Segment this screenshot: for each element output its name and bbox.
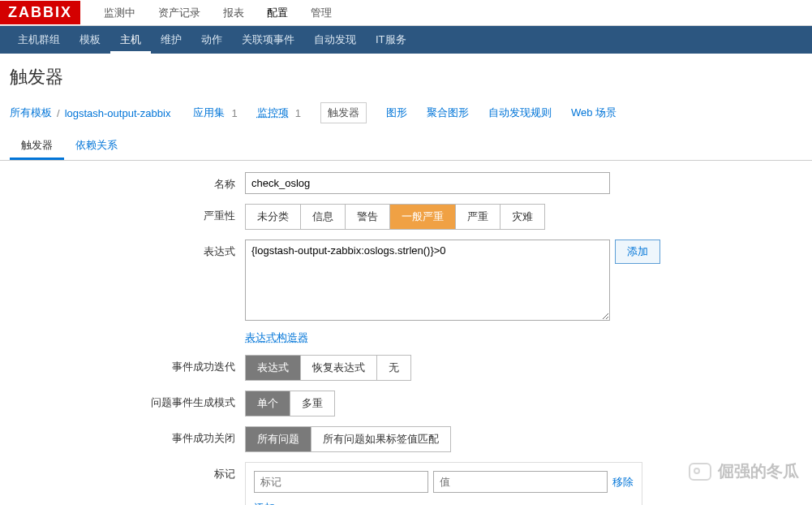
topnav-reports[interactable]: 报表 [212,0,256,26]
row-problem-mode: 问题事件生成模式 单个 多重 [10,391,802,417]
severity-information[interactable]: 信息 [301,205,346,229]
subnav-discovery[interactable]: 自动发现 [304,27,366,53]
page-title: 触发器 [0,54,812,97]
subnav-itservices[interactable]: IT服务 [366,27,416,53]
severity-not-classified[interactable]: 未分类 [246,205,301,229]
severity-average[interactable]: 一般严重 [390,205,456,229]
bc-graphs[interactable]: 图形 [386,106,407,120]
bc-agg-graphs[interactable]: 聚合图形 [427,106,469,120]
bc-apps-count: 1 [231,107,237,119]
row-severity: 严重性 未分类 信息 警告 一般严重 严重 灾难 [10,204,802,230]
tag-row: 移除 [254,471,634,493]
subnav-hostgroups[interactable]: 主机群组 [8,27,70,53]
row-ok-close: 事件成功关闭 所有问题 所有问题如果标签值匹配 [10,426,802,452]
label-problem-mode: 问题事件生成模式 [10,391,245,410]
subnav-templates[interactable]: 模板 [70,27,110,53]
severity-group: 未分类 信息 警告 一般严重 严重 灾难 [245,204,545,230]
ok-close-all[interactable]: 所有问题 [246,427,311,451]
watermark: 倔强的冬瓜 [689,460,799,482]
problem-mode-single[interactable]: 单个 [246,391,290,416]
bc-items-count: 1 [295,107,301,119]
row-ok-iter: 事件成功迭代 表达式 恢复表达式 无 [10,355,802,381]
wechat-icon [689,463,711,481]
watermark-text: 倔强的冬瓜 [718,460,799,482]
subnav-maintenance[interactable]: 维护 [151,27,191,53]
label-name: 名称 [10,172,245,192]
tag-add-link[interactable]: 添加 [254,502,275,505]
label-tags: 标记 [10,462,245,481]
bc-items[interactable]: 监控项 [257,106,289,120]
severity-high[interactable]: 严重 [456,205,501,229]
tab-trigger[interactable]: 触发器 [10,132,64,160]
row-tags: 标记 移除 添加 [10,462,802,505]
tag-value-input[interactable] [433,471,608,493]
bc-all-templates[interactable]: 所有模板 [10,106,52,120]
bc-web-scenarios[interactable]: Web 场景 [571,106,617,120]
logo: ZABBIX [0,1,80,24]
top-nav: ZABBIX 监测中 资产记录 报表 配置 管理 [0,0,812,26]
expression-textarea[interactable]: {logstash-output-zabbix:oslogs.strlen()}… [245,240,610,321]
name-input[interactable] [245,172,610,194]
form: 名称 严重性 未分类 信息 警告 一般严重 严重 灾难 表达式 {logstas… [0,161,812,505]
bc-template-name[interactable]: logstash-output-zabbix [65,107,171,119]
bc-separator: / [57,107,60,119]
topnav-configuration[interactable]: 配置 [256,0,299,26]
expression-builder-link[interactable]: 表达式构造器 [245,330,308,345]
expression-add-button[interactable]: 添加 [615,240,660,264]
tab-dependencies[interactable]: 依赖关系 [64,132,129,160]
label-ok-close: 事件成功关闭 [10,426,245,446]
ok-close-group: 所有问题 所有问题如果标签值匹配 [245,426,451,452]
subnav-correlation[interactable]: 关联项事件 [232,27,304,53]
label-expression: 表达式 [10,240,245,259]
breadcrumb: 所有模板 / logstash-output-zabbix 应用集 1 监控项 … [0,97,812,132]
bc-triggers: 触发器 [320,102,367,123]
tag-remove-link[interactable]: 移除 [612,475,634,490]
ok-iter-group: 表达式 恢复表达式 无 [245,355,411,381]
row-expression: 表达式 {logstash-output-zabbix:oslogs.strle… [10,240,802,345]
sub-nav: 主机群组 模板 主机 维护 动作 关联项事件 自动发现 IT服务 [0,26,812,54]
ok-iter-recovery[interactable]: 恢复表达式 [301,356,377,380]
topnav-administration[interactable]: 管理 [299,0,343,26]
topnav-inventory[interactable]: 资产记录 [147,0,212,26]
ok-iter-expression[interactable]: 表达式 [246,356,301,380]
topnav-monitoring[interactable]: 监测中 [92,0,147,26]
subnav-actions[interactable]: 动作 [191,27,232,53]
label-ok-iter: 事件成功迭代 [10,355,245,374]
ok-close-tagmatch[interactable]: 所有问题如果标签值匹配 [311,427,450,451]
bc-discovery-rules[interactable]: 自动发现规则 [488,106,552,120]
label-severity: 严重性 [10,204,245,223]
bc-applications[interactable]: 应用集 [193,106,225,120]
severity-warning[interactable]: 警告 [346,205,390,229]
subnav-hosts[interactable]: 主机 [110,27,151,54]
tags-box: 移除 添加 [245,462,642,505]
problem-mode-group: 单个 多重 [245,391,335,417]
tabs: 触发器 依赖关系 [0,132,812,161]
tag-name-input[interactable] [254,471,428,493]
problem-mode-multiple[interactable]: 多重 [290,391,334,416]
row-name: 名称 [10,172,802,194]
severity-disaster[interactable]: 灾难 [501,205,544,229]
ok-iter-none[interactable]: 无 [377,356,410,380]
